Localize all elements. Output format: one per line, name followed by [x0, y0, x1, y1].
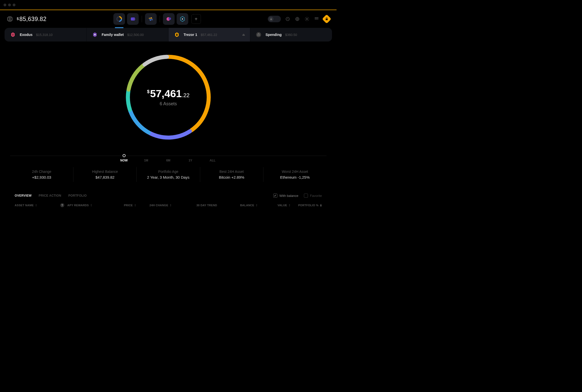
nav-wallet-button[interactable] [127, 13, 139, 25]
nav-separator [142, 16, 142, 22]
checkbox-icon [304, 194, 308, 198]
donut-segment[interactable] [128, 91, 130, 110]
donut-segment[interactable] [129, 65, 143, 90]
svg-point-11 [306, 18, 308, 20]
nav-add-asset-button[interactable] [177, 13, 188, 25]
wallet-tab-trezor1[interactable]: Trezor 1 $57,461.22 ⏏ [168, 28, 250, 42]
col-30d-trend[interactable]: 30 DAY TREND [172, 203, 217, 207]
col-balance[interactable]: BALANCE▲▼ [217, 203, 258, 207]
time-dot [211, 154, 214, 157]
topbar: $85,639.82 [0, 10, 337, 28]
stat-title: 24h Change [10, 170, 73, 174]
apps-grid-button[interactable] [314, 16, 319, 22]
time-range-all[interactable]: ALL [210, 154, 215, 162]
stat-title: Best 24H Asset [200, 170, 263, 174]
table-tab-price[interactable]: PRICE ACTION [39, 194, 61, 197]
stat-item: 24h Change+$2,930.03 [10, 167, 73, 182]
timeline: NOW1M6M1YALL [10, 153, 326, 164]
time-label: 1Y [189, 159, 192, 162]
table-header: ASSET NAME▲▼ ?APY REWARDS▲▼ PRICE▲▼ 24H … [5, 198, 332, 207]
svg-point-20 [256, 32, 261, 37]
brand-logo-icon[interactable] [7, 16, 13, 22]
support-button[interactable] [295, 16, 300, 22]
nav-center: + [47, 13, 268, 25]
window-titlebar [0, 0, 337, 10]
nav-apps-button[interactable] [163, 13, 175, 25]
svg-rect-16 [316, 18, 317, 19]
total-balance: $85,639.82 [17, 16, 47, 23]
time-label: ALL [210, 159, 215, 162]
wallet-tab-family[interactable]: Family wallet $12,500.00 [86, 28, 168, 42]
stat-item: Worst 24H AssetEthereum -1,25% [263, 167, 326, 182]
svg-rect-12 [315, 17, 316, 18]
time-range-1m[interactable]: 1M [144, 154, 148, 162]
col-24h-change[interactable]: 24H CHANGE▲▼ [136, 203, 172, 207]
svg-rect-17 [317, 18, 318, 19]
filter-favorite[interactable]: Favorite [304, 194, 322, 198]
col-portfolio-pct[interactable]: PORTFOLIO %▲▼ [290, 203, 322, 207]
wallet-icon [10, 31, 16, 38]
svg-rect-7 [270, 19, 272, 20]
lock-icon [325, 17, 328, 21]
user-hardware-badge[interactable] [322, 14, 331, 24]
table-view-tabs: OVERVIEWPRICE ACTIONPORTFOLIO [15, 194, 87, 197]
time-label: 6M [166, 159, 171, 162]
portfolio-donut: $57,461.22 6 Assets [5, 42, 332, 153]
stat-value: +$2,930.03 [10, 175, 73, 179]
donut-segment[interactable] [130, 111, 149, 133]
donut-segment[interactable] [150, 131, 190, 138]
nav-separator [160, 16, 160, 22]
col-price[interactable]: PRICE▲▼ [103, 203, 136, 207]
stat-title: Worst 24H Asset [263, 170, 326, 174]
stat-item: Highest Balance$47,839.82 [73, 167, 136, 182]
svg-rect-19 [176, 34, 178, 36]
time-range-6m[interactable]: 6M [166, 154, 171, 162]
wallet-icon [92, 31, 98, 38]
settings-button[interactable] [304, 16, 310, 22]
donut-value: $57,461.22 [147, 88, 190, 100]
time-range-1y[interactable]: 1Y [189, 154, 192, 162]
stat-item: Portfolio Age2 Year, 3 Month, 30 Days [136, 167, 200, 182]
svg-point-5 [169, 17, 171, 20]
col-value[interactable]: VALUE▲▼ [258, 203, 290, 207]
wallet-value: $15,318.10 [36, 33, 53, 37]
svg-rect-13 [316, 17, 317, 18]
time-label: NOW [120, 159, 128, 162]
time-label: 1M [144, 159, 148, 162]
nav-exchange-button[interactable] [145, 13, 157, 25]
col-apy-rewards[interactable]: ?APY REWARDS▲▼ [60, 203, 103, 207]
filter-with-balance[interactable]: ✓ With balance [273, 194, 298, 198]
eject-icon[interactable]: ⏏ [242, 33, 245, 36]
wallet-value: $57,461.22 [201, 33, 217, 37]
time-range-now[interactable]: NOW [120, 154, 128, 162]
history-button[interactable] [285, 16, 290, 22]
filter-label: Favorite [310, 194, 322, 198]
wallet-label: Family wallet [102, 33, 124, 37]
wallet-label: Spending [265, 33, 282, 37]
stat-value: Bitcoin +2.89% [200, 175, 263, 179]
wallet-label: Trezor 1 [184, 33, 197, 37]
traffic-light-close[interactable] [4, 4, 6, 6]
donut-segment[interactable] [144, 57, 167, 64]
time-dot [167, 154, 170, 157]
table-tab-overview[interactable]: OVERVIEW [15, 194, 32, 197]
time-dot [189, 154, 192, 157]
traffic-light-zoom[interactable] [13, 4, 15, 6]
filter-label: With balance [279, 194, 298, 198]
wallet-tab-spending[interactable]: Spending $360.50 [250, 28, 332, 42]
stat-value: Ethereum -1,25% [263, 175, 326, 179]
donut-assets-count: 6 Assets [147, 101, 190, 107]
table-tab-portfolio[interactable]: PORTFOLIO [68, 194, 87, 197]
svg-rect-18 [326, 19, 328, 20]
stat-value: 2 Year, 3 Month, 30 Days [137, 175, 200, 179]
col-asset-name[interactable]: ASSET NAME▲▼ [15, 203, 60, 207]
plus-icon: + [195, 16, 198, 22]
svg-point-10 [297, 18, 298, 20]
nav-new-button[interactable]: + [191, 14, 201, 24]
help-icon[interactable]: ? [60, 203, 64, 207]
svg-rect-15 [315, 18, 316, 19]
nav-portfolio-button[interactable] [113, 13, 125, 25]
hardware-lock-toggle[interactable] [268, 16, 281, 22]
traffic-light-minimize[interactable] [8, 4, 11, 6]
wallet-tab-exodus[interactable]: Exodus $15,318.10 [5, 28, 86, 42]
